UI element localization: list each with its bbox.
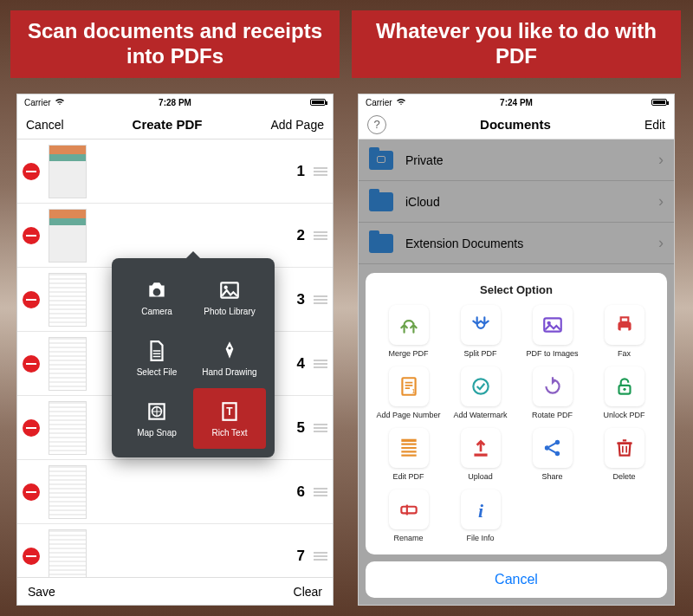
page-thumbnail[interactable] — [49, 465, 87, 519]
page-number: 2 — [297, 227, 305, 244]
svg-point-1 — [224, 285, 228, 289]
option-fax[interactable]: Fax — [590, 305, 658, 358]
reorder-handle[interactable] — [314, 550, 327, 562]
reorder-handle[interactable] — [314, 358, 327, 370]
option-merge[interactable]: Merge PDF — [374, 305, 443, 358]
option-toimages[interactable]: PDF to Images — [518, 305, 586, 358]
option-rename[interactable]: Rename — [374, 490, 443, 542]
delete-page-button[interactable] — [23, 227, 40, 244]
option-label: Fax — [618, 349, 631, 358]
svg-text:T: T — [226, 405, 233, 418]
reorder-handle[interactable] — [314, 230, 327, 242]
page-number: 1 — [297, 163, 305, 180]
page-number: 4 — [297, 355, 305, 373]
right-panel: Whatever you like to do with PDF Carrier… — [352, 10, 681, 606]
popover-rich-text[interactable]: T Rich Text — [193, 388, 266, 449]
page-thumbnail[interactable] — [49, 145, 87, 198]
help-button[interactable]: ? — [367, 115, 386, 134]
delete-page-button[interactable] — [23, 419, 40, 437]
page-thumbnail[interactable] — [49, 529, 87, 578]
reorder-handle[interactable] — [314, 486, 327, 498]
sheet-cancel-button[interactable]: Cancel — [366, 561, 667, 598]
reorder-handle[interactable] — [314, 294, 327, 306]
option-label: Merge PDF — [388, 349, 428, 358]
status-time: 7:24 PM — [500, 98, 533, 107]
option-editpdf[interactable]: Edit PDF — [374, 428, 443, 481]
edit-button[interactable]: Edit — [644, 118, 665, 132]
page-row[interactable]: 6 — [17, 460, 333, 524]
fax-icon — [605, 305, 644, 345]
cancel-button[interactable]: Cancel — [26, 118, 64, 132]
page-thumbnail[interactable] — [49, 273, 87, 327]
reorder-handle[interactable] — [314, 165, 327, 178]
option-label: Rename — [393, 534, 423, 542]
svg-rect-7 — [544, 318, 561, 331]
option-label: Delete — [612, 472, 635, 481]
popover-camera[interactable]: Camera — [120, 267, 193, 327]
page-thumbnail[interactable] — [49, 401, 87, 455]
option-split[interactable]: Split PDF — [446, 305, 515, 358]
popover-label: Hand Drawing — [202, 367, 256, 377]
option-pagenum[interactable]: 1Add Page Number — [374, 366, 443, 419]
action-sheet: Select Option Merge PDFSplit PDFPDF to I… — [366, 273, 667, 598]
reorder-handle[interactable] — [314, 422, 327, 434]
svg-point-2 — [228, 347, 230, 349]
delete-page-button[interactable] — [23, 483, 40, 501]
option-label: Add Page Number — [376, 411, 440, 419]
save-button[interactable]: Save — [28, 585, 55, 599]
popover-label: Photo Library — [204, 307, 255, 316]
page-number: 7 — [297, 548, 305, 565]
richtext-icon: T — [218, 400, 241, 423]
bottom-bar: Save Clear — [17, 577, 333, 605]
rotate-icon — [533, 366, 573, 406]
page-thumbnail[interactable] — [49, 209, 87, 263]
option-upload[interactable]: Upload — [446, 428, 515, 481]
right-banner: Whatever you like to do with PDF — [352, 10, 681, 78]
option-grid: Merge PDFSplit PDFPDF to ImagesFax1Add P… — [371, 305, 662, 549]
page-number: 3 — [297, 291, 305, 308]
content-area: Private › iCloud › Extension Documents › — [359, 139, 674, 605]
pagenum-icon: 1 — [389, 366, 429, 406]
option-label: File Info — [466, 534, 494, 542]
status-bar: Carrier 7:24 PM — [359, 94, 674, 110]
popover-photo-library[interactable]: Photo Library — [193, 267, 266, 327]
unlock-icon — [605, 366, 644, 406]
right-phone: Carrier 7:24 PM ? Documents Edit Private… — [358, 94, 675, 606]
option-unlock[interactable]: Unlock PDF — [590, 366, 658, 419]
option-label: Unlock PDF — [603, 411, 644, 419]
svg-text:i: i — [477, 501, 483, 521]
option-label: Rotate PDF — [532, 411, 573, 419]
option-delete[interactable]: Delete — [590, 428, 658, 481]
option-share[interactable]: Share — [518, 428, 586, 481]
popover-hand-drawing[interactable]: Hand Drawing — [193, 327, 266, 388]
popover-label: Camera — [141, 307, 172, 316]
popover-map-snap[interactable]: Map Snap — [120, 388, 193, 449]
carrier-label: Carrier — [24, 98, 51, 107]
left-panel: Scan documents and receipts into PDFs Ca… — [10, 10, 340, 606]
page-row[interactable]: 1 — [17, 139, 333, 204]
sheet-title: Select Option — [371, 283, 662, 296]
delete-page-button[interactable] — [23, 548, 40, 565]
map-icon — [146, 400, 168, 423]
option-fileinfo[interactable]: iFile Info — [446, 490, 515, 542]
popover-label: Rich Text — [212, 428, 248, 438]
delete-page-button[interactable] — [23, 163, 40, 180]
wifi-icon — [396, 98, 406, 107]
popover-select-file[interactable]: Select File — [120, 327, 193, 388]
clear-button[interactable]: Clear — [294, 585, 322, 599]
status-bar: Carrier 7:28 PM — [17, 94, 333, 110]
page-row[interactable]: 7 — [17, 524, 333, 577]
svg-point-14 — [473, 379, 488, 393]
page-thumbnail[interactable] — [49, 337, 87, 391]
pen-icon — [218, 340, 241, 362]
nav-title: Create PDF — [133, 117, 203, 132]
option-label: Add Watermark — [453, 411, 507, 419]
battery-icon — [310, 99, 326, 106]
option-rotate[interactable]: Rotate PDF — [518, 366, 586, 419]
option-watermark[interactable]: Add Watermark — [446, 366, 515, 419]
page-number: 5 — [297, 419, 305, 437]
fileinfo-icon: i — [461, 490, 501, 529]
add-page-button[interactable]: Add Page — [270, 118, 324, 132]
delete-page-button[interactable] — [23, 291, 40, 308]
delete-page-button[interactable] — [23, 355, 40, 373]
